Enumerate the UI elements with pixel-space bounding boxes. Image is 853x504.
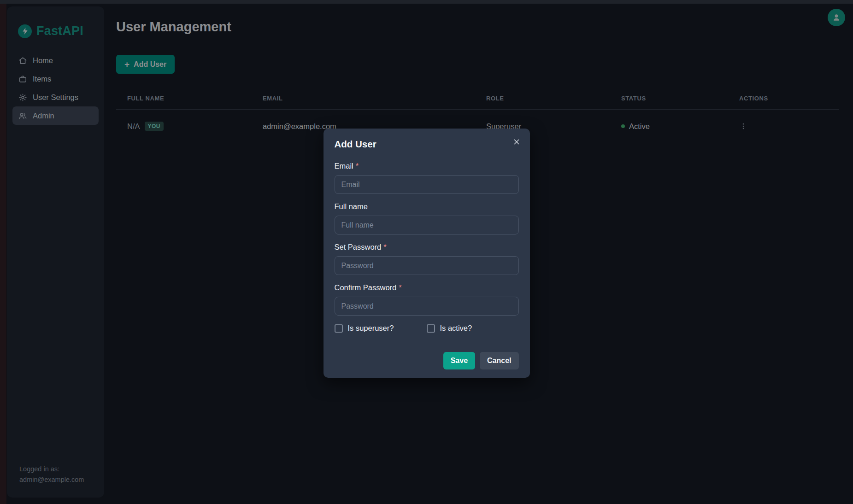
is-superuser-label: Is superuser? — [348, 324, 394, 333]
full-name-field[interactable] — [335, 216, 519, 234]
is-active-label: Is active? — [440, 324, 472, 333]
confirm-password-field[interactable] — [335, 297, 519, 316]
modal-close-button[interactable] — [510, 135, 524, 149]
required-marker: * — [399, 283, 401, 292]
confirm-password-field-label: Confirm Password* — [335, 283, 519, 292]
modal-body: Email* Full name Set Password* Confirm P… — [335, 162, 519, 369]
full-name-field-label: Full name — [335, 202, 519, 211]
field-label-text: Full name — [335, 202, 368, 211]
modal-footer: Save Cancel — [335, 352, 519, 369]
email-field-group: Email* — [335, 162, 519, 194]
is-active-checkbox[interactable]: Is active? — [427, 324, 519, 333]
add-user-modal: Add User Email* Full name Set Password* — [324, 129, 530, 378]
full-name-field-group: Full name — [335, 202, 519, 234]
is-superuser-checkbox[interactable]: Is superuser? — [335, 324, 427, 333]
checkbox-row: Is superuser? Is active? — [335, 324, 519, 333]
modal-title: Add User — [335, 139, 519, 150]
field-label-text: Set Password — [335, 243, 382, 251]
close-icon — [513, 138, 520, 146]
email-field[interactable] — [335, 175, 519, 194]
set-password-field-group: Set Password* — [335, 243, 519, 275]
set-password-field[interactable] — [335, 256, 519, 275]
save-button[interactable]: Save — [443, 352, 475, 369]
email-field-label: Email* — [335, 162, 519, 170]
cancel-button[interactable]: Cancel — [480, 352, 518, 369]
required-marker: * — [383, 243, 386, 251]
field-label-text: Confirm Password — [335, 283, 397, 292]
checkbox-icon — [335, 324, 343, 333]
confirm-password-field-group: Confirm Password* — [335, 283, 519, 316]
required-marker: * — [356, 162, 359, 170]
checkbox-icon — [427, 324, 435, 333]
set-password-field-label: Set Password* — [335, 243, 519, 252]
field-label-text: Email — [335, 162, 353, 170]
